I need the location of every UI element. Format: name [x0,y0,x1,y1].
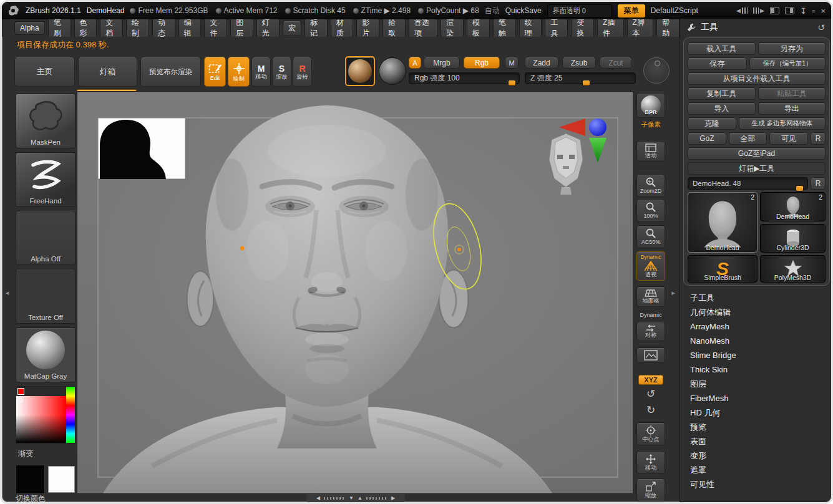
subpalette-item-6[interactable]: 图层 [680,377,831,391]
subpalette-item-12[interactable]: 遮罩 [680,463,831,477]
frame-button[interactable] [636,347,665,363]
menu-item-22[interactable]: Z插件 [597,19,624,37]
zoom-100-button[interactable]: 100% [636,199,665,222]
subpalette-item-0[interactable]: 子工具 [680,291,831,305]
canvas-scrollbar[interactable]: ◀▼▲▶ [306,494,405,502]
scale-button[interactable]: S 缩放 [272,57,291,87]
spix-label[interactable]: 子像素 [636,120,665,129]
color-picker[interactable] [16,386,76,443]
menu-item-3[interactable]: 文档 [100,19,123,37]
tool-thumbnail-polymesh3d[interactable]: PolyMesh3D [760,255,826,283]
goz-ipad-button[interactable]: GoZ至iPad [688,147,826,160]
menu-item-5[interactable]: 动态 [152,19,175,37]
subpalette-item-2[interactable]: ArrayMesh [680,319,831,334]
move-button[interactable]: M 移动 [251,57,271,87]
current-color-swatch[interactable] [17,388,24,395]
actual-button[interactable]: 活动 [636,141,665,162]
goz-visible-button[interactable]: 可见 [769,132,808,145]
tool-thumbnail-cylinder3d[interactable]: Cylinder3D [760,224,826,253]
home-button[interactable]: 主页 [14,57,75,87]
z-intensity-slider[interactable]: Z 强度 25 [525,72,636,84]
divider-arrow-right[interactable]: ▸ [667,91,680,494]
active-tool-slider[interactable]: DemoHead. 48 [688,177,808,190]
subpalette-item-4[interactable]: Slime Bridge [680,348,831,362]
subpalette-item-11[interactable]: 变形 [680,448,831,463]
goz-r-button[interactable]: R [811,132,826,145]
bpr-button[interactable]: BPR [636,93,665,118]
draw-button[interactable]: 绘制 [228,57,250,87]
copy-tool-button[interactable]: 复制工具 [688,87,756,100]
menu-item-10[interactable]: 宏 [283,21,301,36]
move-3d-button[interactable]: 移动 [636,451,665,474]
rgb-button[interactable]: Rgb [464,57,500,69]
stroke-thumbnail[interactable]: FreeHand [16,152,76,207]
maximize-button[interactable]: ▫ [812,6,816,16]
slider-r-button[interactable]: R [811,177,826,190]
zsub-button[interactable]: Zsub [562,57,596,69]
scroll-left-button[interactable]: ◀ [736,7,748,14]
secondary-material-sphere[interactable] [379,57,406,85]
xyz-button[interactable]: XYZ [636,375,665,385]
menu-item-6[interactable]: 编辑 [178,19,202,37]
save-as-button[interactable]: 另存为 [758,42,826,55]
import-button[interactable]: 导入 [688,102,756,115]
perspective-button[interactable]: Dynamic 透视 [636,251,665,281]
rotate-button[interactable]: R 旋转 [293,57,312,87]
scroll-right-button[interactable]: ▶ [753,7,764,14]
color-swatch-black[interactable] [16,465,45,494]
rgb-intensity-slider[interactable]: Rgb 强度 100 [409,72,520,84]
tool-thumbnail-simplebrush[interactable]: S SimpleBrush [688,255,757,283]
spin-cw-button[interactable]: ↻ [636,405,665,415]
rgb-intensity-handle[interactable] [509,80,515,85]
panel-right-icon[interactable] [785,7,794,14]
alpha-thumbnail[interactable]: Alpha Off [16,211,76,266]
color-swatch-white[interactable] [48,466,75,493]
subpalette-item-7[interactable]: FiberMesh [680,391,831,405]
clone-button[interactable]: 克隆 [688,117,736,130]
active-tool-thumbnail[interactable]: 2 DemoHead [688,192,757,253]
center-point-button[interactable]: 中心点 [636,422,665,445]
menu-item-8[interactable]: 图层 [230,19,253,37]
gradient-label[interactable]: 渐变 [16,448,77,459]
material-preview[interactable] [345,56,375,86]
menu-item-13[interactable]: 影片 [356,19,379,37]
menu-item-17[interactable]: 模板 [467,19,490,37]
subpalette-item-3[interactable]: NanoMesh [680,334,831,348]
ac50-button[interactable]: AC50% [636,225,665,248]
menu-item-24[interactable]: 帮助 [656,19,680,37]
zscript-button[interactable]: DefaultZScript [651,6,698,15]
subpalette-item-10[interactable]: 表面 [680,434,831,448]
mrgb-button[interactable]: Mrgb [424,57,460,69]
menu-item-0[interactable]: Alpha [14,21,45,35]
hue-bar[interactable] [66,387,75,443]
menu-item-2[interactable]: 色彩 [74,19,97,37]
preview-boolean-button[interactable]: 预览布尔渲染 [140,57,201,87]
load-tool-button[interactable]: 载入工具 [688,42,756,55]
make-polymesh-button[interactable]: 生成 多边形网格物体 [739,117,826,130]
texture-thumbnail[interactable]: Texture Off [16,269,76,324]
scale-3d-button[interactable]: 缩放 [636,478,665,502]
load-from-project-button[interactable]: 从项目文件载入工具 [688,72,826,85]
subpalette-item-9[interactable]: 预览 [680,420,831,434]
menu-item-23[interactable]: Z脚本 [627,19,654,37]
tool-thumbnail-demohead[interactable]: 2 DemoHead [760,192,826,221]
a-button[interactable]: A [409,57,421,69]
subpalette-item-8[interactable]: HD 几何 [680,405,831,420]
goz-button[interactable]: GoZ [688,132,726,145]
brush-thumbnail[interactable]: MaskPen [16,94,76,148]
floor-grid-button[interactable]: 地面格 [636,286,665,307]
menu-item-16[interactable]: 渲染 [441,19,464,37]
lightbox-tool-button[interactable]: 灯箱▶工具 [688,162,826,175]
subpalette-item-5[interactable]: Thick Skin [680,362,831,377]
minimize-button[interactable]: ↧ [800,6,807,16]
viewport-canvas[interactable] [77,91,633,494]
local-symmetry-button[interactable]: 对称 [636,322,665,341]
menu-item-15[interactable]: 首选项 [409,19,437,37]
menu-item-19[interactable]: 纹理 [519,19,542,37]
menu-item-21[interactable]: 变换 [571,19,594,37]
menu-item-12[interactable]: 材质 [331,19,354,37]
goz-all-button[interactable]: 全部 [729,132,767,145]
menu-item-11[interactable]: 标记 [304,19,328,37]
spin-ccw-button[interactable]: ↺ [636,389,665,399]
panel-left-icon[interactable] [770,7,779,14]
